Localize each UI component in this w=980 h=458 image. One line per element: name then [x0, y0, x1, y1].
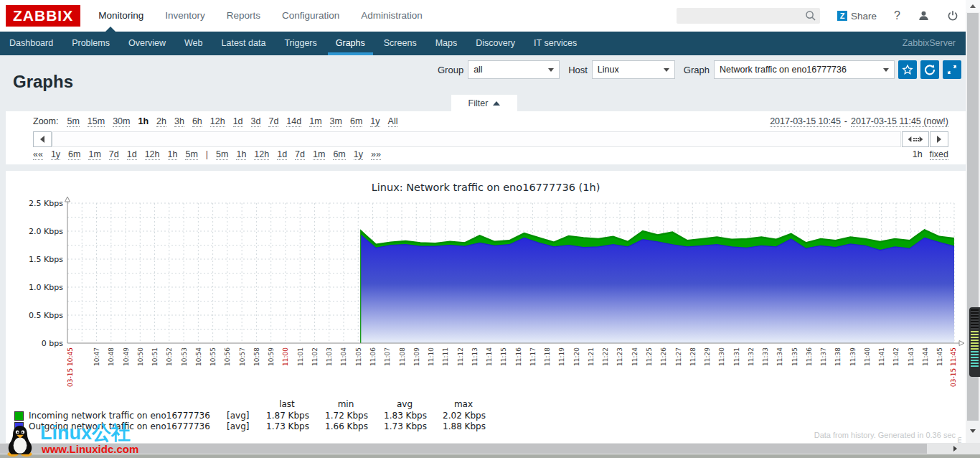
- svg-text:11:39: 11:39: [849, 347, 857, 366]
- refresh-button[interactable]: [920, 60, 939, 79]
- legend-max-value: 2.02 Kbps: [435, 411, 494, 421]
- nav-forward-7d[interactable]: 7d: [295, 149, 305, 160]
- menu-item-reports[interactable]: Reports: [216, 0, 271, 32]
- active-menu-notch: [105, 27, 116, 32]
- zoom-option-12h[interactable]: 12h: [210, 116, 225, 127]
- nav-back-7d[interactable]: 7d: [109, 149, 119, 160]
- fixed-toggle-link[interactable]: fixed: [930, 149, 948, 160]
- search-box[interactable]: [677, 8, 820, 24]
- subnav-item-screens[interactable]: Screens: [374, 32, 426, 55]
- subnav-item-overview[interactable]: Overview: [119, 32, 175, 55]
- svg-text:0 bps: 0 bps: [42, 339, 63, 348]
- nav-forward-6m[interactable]: 6m: [333, 149, 345, 160]
- nav-forward-12h[interactable]: 12h: [254, 149, 269, 160]
- scroll-down-button[interactable]: [966, 425, 980, 437]
- time-scrollbar: [33, 131, 948, 147]
- date-to-link[interactable]: 2017-03-15 11:45 (now!): [851, 116, 948, 127]
- svg-text:11:05: 11:05: [355, 347, 362, 366]
- favorite-button[interactable]: [898, 60, 917, 79]
- zoom-option-30m[interactable]: 30m: [113, 116, 130, 127]
- zoom-option-all[interactable]: All: [388, 116, 398, 127]
- traffic-graph[interactable]: 0 bps0.5 Kbps1.0 Kbps1.5 Kbps2.0 Kbps2.5…: [6, 171, 966, 409]
- svg-text:11:44: 11:44: [922, 347, 929, 366]
- fullscreen-button[interactable]: [943, 60, 961, 79]
- nav-back-1d[interactable]: 1d: [127, 149, 137, 160]
- svg-text:11:28: 11:28: [689, 347, 697, 366]
- nav-forward-5m[interactable]: 5m: [216, 149, 228, 160]
- subnav-item-graphs[interactable]: Graphs: [326, 32, 374, 55]
- graph-select[interactable]: Network traffic on eno16777736: [714, 60, 895, 79]
- zoom-option-1d[interactable]: 1d: [233, 116, 243, 127]
- menu-item-configuration[interactable]: Configuration: [271, 0, 350, 32]
- scroll-right-page-button[interactable]: [947, 443, 963, 454]
- profile-button[interactable]: [918, 10, 930, 22]
- menu-item-monitoring[interactable]: Monitoring: [88, 0, 154, 32]
- vertical-scrollbar[interactable]: [966, 0, 980, 455]
- logout-button[interactable]: [947, 10, 958, 22]
- time-filter-panel: Zoom: 5m15m30m1h2h3h6h12h1d3d7d14d1m3m6m…: [6, 111, 966, 164]
- svg-text:1.5 Kbps: 1.5 Kbps: [29, 255, 63, 264]
- menu-item-administration[interactable]: Administration: [350, 0, 433, 32]
- svg-text:11:15: 11:15: [500, 347, 507, 366]
- zoom-option-14d[interactable]: 14d: [286, 116, 301, 127]
- search-input[interactable]: [677, 8, 820, 24]
- subnav-item-dashboard[interactable]: Dashboard: [0, 32, 62, 55]
- legend-header-min: min: [316, 399, 375, 410]
- zoom-option-3d[interactable]: 3d: [251, 116, 261, 127]
- zoom-option-1m[interactable]: 1m: [309, 116, 321, 127]
- zoom-option-6m[interactable]: 6m: [350, 116, 362, 127]
- search-icon: [805, 10, 816, 22]
- scroll-up-button[interactable]: [966, 0, 980, 12]
- nav-forward-1d[interactable]: 1d: [277, 149, 287, 160]
- filter-toggle-tab[interactable]: Filter: [451, 95, 517, 111]
- nav-back-5m[interactable]: 5m: [185, 149, 197, 160]
- nav-forward-1h[interactable]: 1h: [236, 149, 246, 160]
- nav-rewind-link[interactable]: ««: [33, 149, 43, 160]
- date-from-link[interactable]: 2017-03-15 10:45: [770, 116, 841, 127]
- subnav-item-latest-data[interactable]: Latest data: [212, 32, 275, 55]
- share-label: Share: [851, 11, 877, 22]
- nav-back-1m[interactable]: 1m: [88, 149, 100, 160]
- scroll-right-button[interactable]: [930, 131, 948, 147]
- nav-forward-1m[interactable]: 1m: [313, 149, 325, 160]
- zabbix-logo[interactable]: ZABBIX: [6, 5, 80, 27]
- subnav-item-discovery[interactable]: Discovery: [466, 32, 524, 55]
- zoom-option-7d[interactable]: 7d: [268, 116, 278, 127]
- zoom-option-2h[interactable]: 2h: [156, 116, 166, 127]
- nav-fastforward-link[interactable]: »»: [371, 149, 381, 160]
- subnav-item-web[interactable]: Web: [175, 32, 212, 55]
- menu-item-inventory[interactable]: Inventory: [154, 0, 216, 32]
- legend-header-last: last: [258, 399, 316, 410]
- nav-back-1h[interactable]: 1h: [168, 149, 178, 160]
- help-button[interactable]: ?: [894, 9, 900, 22]
- nav-back-6m[interactable]: 6m: [68, 149, 80, 160]
- share-button[interactable]: Z Share: [837, 11, 877, 22]
- host-select[interactable]: Linux: [592, 60, 675, 79]
- power-icon: [947, 10, 958, 22]
- zoom-option-1y[interactable]: 1y: [370, 116, 380, 127]
- zoom-option-6h[interactable]: 6h: [192, 116, 202, 127]
- zoom-option-3h[interactable]: 3h: [174, 116, 184, 127]
- nav-back-1y[interactable]: 1y: [51, 149, 60, 160]
- svg-text:11:34: 11:34: [776, 347, 783, 366]
- subnav-item-triggers[interactable]: Triggers: [275, 32, 326, 55]
- subnav-item-it-services[interactable]: IT services: [524, 32, 586, 55]
- zoom-option-5m[interactable]: 5m: [67, 116, 79, 127]
- nav-forward-1y[interactable]: 1y: [354, 149, 363, 160]
- zoom-option-15m[interactable]: 15m: [88, 116, 105, 127]
- svg-text:10:56: 10:56: [224, 347, 231, 366]
- widget-stripes-teal: [971, 351, 979, 368]
- subnav-item-maps[interactable]: Maps: [426, 32, 467, 55]
- time-scrollbar-track[interactable]: [52, 131, 901, 147]
- legend-fn: [avg]: [227, 411, 258, 421]
- scroll-left-button[interactable]: [33, 131, 52, 147]
- zoom-option-1h[interactable]: 1h: [138, 116, 149, 127]
- subnav-item-problems[interactable]: Problems: [62, 32, 119, 55]
- svg-text:11:07: 11:07: [384, 347, 391, 366]
- group-select[interactable]: all: [468, 60, 560, 79]
- time-window-handle[interactable]: [902, 131, 929, 147]
- chevron-down-icon: [883, 68, 889, 72]
- nav-back-12h[interactable]: 12h: [145, 149, 160, 160]
- zoom-option-3m[interactable]: 3m: [330, 116, 342, 127]
- legend-min-value: 1.72 Kbps: [317, 411, 376, 421]
